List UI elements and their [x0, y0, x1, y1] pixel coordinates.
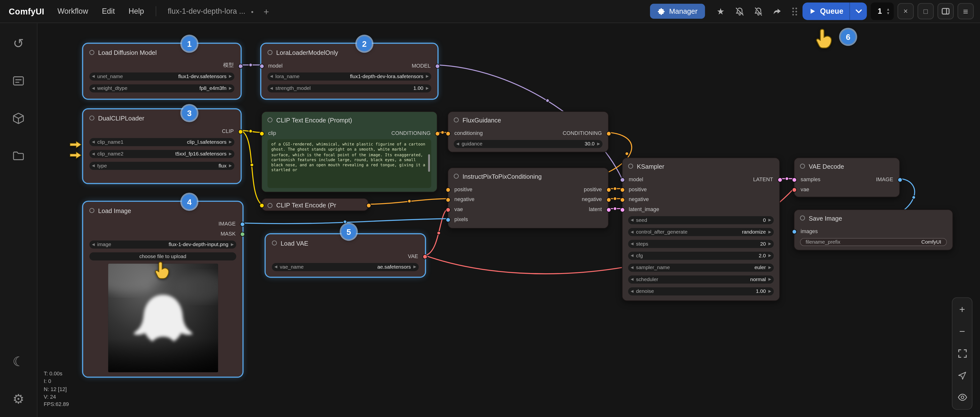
output-slot-negative[interactable] [606, 197, 611, 202]
node-load-diffusion-model[interactable]: Load Diffusion Model 模型 ◀ unet_name flux… [83, 44, 240, 99]
collapse-toggle-icon[interactable] [628, 163, 633, 168]
bell-alt-slash-icon[interactable] [751, 4, 765, 19]
prev-option-icon[interactable]: ◀ [89, 241, 97, 249]
share-icon[interactable] [769, 4, 784, 19]
collapse-toggle-icon[interactable] [267, 117, 272, 122]
batch-spinner[interactable]: ▲ ▼ [886, 8, 890, 15]
widget-cfg[interactable]: ◀ cfg 2.0 ▶ [628, 252, 774, 260]
manager-button[interactable]: Manager [650, 4, 705, 19]
fit-view-button[interactable] [955, 347, 969, 360]
node-dual-clip-loader[interactable]: DualCLIPLoader CLIP ◀ clip_name1 clip_l.… [83, 109, 240, 183]
menu-help[interactable]: Help [122, 7, 151, 16]
queue-button[interactable]: Queue [803, 2, 867, 20]
decrement-icon[interactable]: ◀ [628, 216, 636, 224]
sidebar-model-library-button[interactable] [7, 107, 30, 129]
collapse-toggle-icon[interactable] [89, 208, 94, 213]
increment-icon[interactable]: ▶ [423, 84, 431, 92]
theme-toggle-button[interactable]: ☾ [7, 350, 30, 373]
clear-queue-button[interactable]: □ [918, 3, 934, 19]
prev-option-icon[interactable]: ◀ [628, 276, 636, 284]
prev-option-icon[interactable]: ◀ [267, 73, 275, 81]
node-lora-loader-model-only[interactable]: LoraLoaderModelOnly model MODEL ◀ lora_n… [261, 44, 438, 99]
increment-icon[interactable]: ▶ [595, 140, 603, 148]
output-slot-model[interactable] [238, 63, 243, 68]
widget-filename-prefix[interactable]: filename_prefix ComfyUI [800, 238, 947, 246]
widget-denoise[interactable]: ◀ denoise 1.00 ▶ [628, 287, 774, 295]
chevron-down-icon[interactable] [850, 2, 867, 20]
collapse-toggle-icon[interactable] [454, 174, 459, 179]
widget-clip-name2[interactable]: ◀ clip_name2 t5xxl_fp16.safetensors ▶ [89, 150, 234, 158]
collapse-toggle-icon[interactable] [89, 116, 94, 121]
widget-control-after-generate[interactable]: ◀ control_after_generate randomize ▶ [628, 228, 774, 236]
widget-image[interactable]: ◀ image flux-1-dev-depth-input.png ▶ [89, 241, 236, 249]
output-slot-latent[interactable] [777, 177, 782, 182]
select-mode-button[interactable] [955, 368, 969, 382]
next-option-icon[interactable]: ▶ [766, 264, 774, 272]
menu-workflow[interactable]: Workflow [51, 7, 95, 16]
settings-button[interactable]: ⚙ [7, 387, 30, 410]
next-option-icon[interactable]: ▶ [766, 276, 774, 284]
next-option-icon[interactable]: ▶ [423, 73, 431, 81]
node-load-image[interactable]: Load Image IMAGE MASK ◀ image flux-1-dev… [83, 202, 243, 377]
batch-count-input[interactable]: 1 ▲ ▼ [871, 2, 894, 20]
widget-seed[interactable]: ◀ seed 0 ▶ [628, 216, 774, 224]
decrement-icon[interactable]: ◀ [628, 287, 636, 295]
output-slot-image[interactable] [897, 177, 902, 182]
widget-guidance[interactable]: ◀ guidance 30.0 ▶ [454, 140, 603, 148]
widget-weight-dtype[interactable]: ◀ weight_dtype fp8_e4m3fn ▶ [89, 84, 234, 92]
prev-option-icon[interactable]: ◀ [272, 263, 280, 271]
widget-unet-name[interactable]: ◀ unet_name flux1-dev.safetensors ▶ [89, 73, 234, 81]
output-slot-latent[interactable] [606, 207, 611, 212]
node-save-image[interactable]: Save Image images filename_prefix ComfyU… [794, 209, 953, 251]
widget-type[interactable]: ◀ type flux ▶ [89, 162, 234, 170]
decrement-icon[interactable]: ◀ [267, 84, 275, 92]
increment-icon[interactable]: ▶ [766, 287, 774, 295]
output-slot-conditioning[interactable] [606, 131, 611, 136]
main-menu-button[interactable]: ≡ [958, 3, 974, 19]
node-instruct-pix-to-pix-conditioning[interactable]: InstructPixToPixConditioning positive po… [448, 168, 609, 229]
collapse-toggle-icon[interactable] [89, 50, 94, 55]
bell-slash-icon[interactable] [732, 4, 747, 19]
node-canvas[interactable]: Load Diffusion Model 模型 ◀ unet_name flux… [0, 0, 980, 417]
sidebar-queue-button[interactable] [7, 69, 30, 92]
sidebar-workflows-button[interactable] [7, 144, 30, 167]
zoom-out-button[interactable]: − [955, 325, 969, 339]
next-option-icon[interactable]: ▶ [411, 263, 419, 271]
output-slot-clip[interactable] [238, 129, 243, 134]
spin-up-icon[interactable]: ▲ [886, 8, 890, 11]
prev-option-icon[interactable]: ◀ [89, 84, 97, 92]
output-slot-model[interactable] [434, 63, 439, 68]
widget-vae-name[interactable]: ◀ vae_name ae.safetensors ▶ [272, 263, 419, 271]
output-slot-positive[interactable] [606, 187, 611, 192]
prev-option-icon[interactable]: ◀ [89, 162, 97, 170]
node-flux-guidance[interactable]: FluxGuidance conditioning CONDITIONING ◀… [448, 111, 609, 152]
decrement-icon[interactable]: ◀ [454, 140, 461, 148]
widget-clip-name1[interactable]: ◀ clip_name1 clip_l.safetensors ▶ [89, 138, 234, 146]
output-slot-image[interactable] [240, 221, 245, 226]
collapse-toggle-icon[interactable] [800, 216, 805, 220]
decrement-icon[interactable]: ◀ [628, 240, 636, 248]
collapse-toggle-icon[interactable] [272, 241, 277, 245]
node-vae-decode[interactable]: VAE Decode samples IMAGE vae [794, 157, 900, 197]
widget-steps[interactable]: ◀ steps 20 ▶ [628, 240, 774, 248]
widget-sampler-name[interactable]: ◀ sampler_name euler ▶ [628, 264, 774, 272]
output-slot-mask[interactable] [240, 231, 245, 236]
spin-down-icon[interactable]: ▼ [886, 11, 890, 15]
collapse-toggle-icon[interactable] [267, 203, 272, 208]
prompt-textarea[interactable]: of a CGI-rendered, whimsical, white plas… [267, 140, 431, 188]
next-option-icon[interactable]: ▶ [226, 73, 234, 81]
increment-icon[interactable]: ▶ [766, 240, 774, 248]
output-slot-vae[interactable] [422, 254, 427, 259]
toggle-links-button[interactable] [955, 390, 969, 404]
next-option-icon[interactable]: ▶ [766, 228, 774, 236]
decrement-icon[interactable]: ◀ [628, 252, 636, 260]
node-clip-text-encode-negative[interactable]: CLIP Text Encode (Pr [261, 198, 369, 211]
node-clip-text-encode[interactable]: CLIP Text Encode (Prompt) clip CONDITION… [261, 111, 438, 192]
prev-option-icon[interactable]: ◀ [628, 264, 636, 272]
drag-handle-icon[interactable] [790, 4, 799, 19]
panel-toggle-button[interactable] [938, 3, 954, 19]
prev-option-icon[interactable]: ◀ [89, 138, 97, 146]
star-icon[interactable]: ★ [713, 4, 728, 19]
next-option-icon[interactable]: ▶ [226, 138, 234, 146]
workflow-tab[interactable]: flux-1-dev-depth-lora ... ● [168, 7, 254, 16]
